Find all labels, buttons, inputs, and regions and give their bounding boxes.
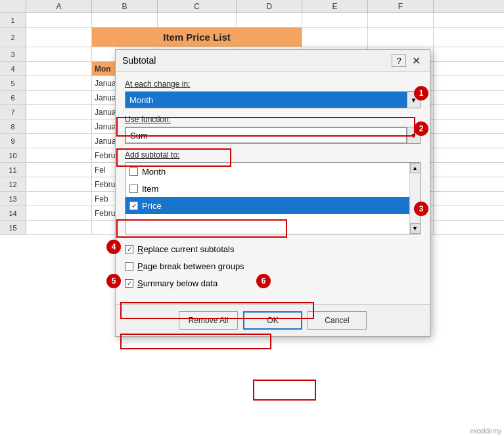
cell-a3 bbox=[26, 47, 92, 61]
row-2: 2 Item Price List bbox=[0, 28, 504, 47]
cell-e1 bbox=[302, 13, 368, 27]
title-cell: Item Price List bbox=[92, 28, 302, 47]
rownum-4: 4 bbox=[0, 62, 26, 76]
list-item-item[interactable]: Item bbox=[126, 180, 409, 197]
cell-b1 bbox=[92, 13, 158, 27]
use-function-select[interactable]: Sum bbox=[125, 127, 407, 144]
remove-all-button[interactable]: Remove All bbox=[179, 311, 238, 330]
rownum-1: 1 bbox=[0, 13, 26, 27]
option-summary: ✓ Summary below data 5 6 bbox=[125, 275, 421, 291]
badge-5: 5 bbox=[106, 274, 121, 288]
dialog-title-buttons: ? ✕ bbox=[392, 54, 423, 67]
item-checkbox[interactable] bbox=[129, 185, 138, 193]
badge-1: 1 bbox=[414, 86, 428, 100]
ok-button[interactable]: OK bbox=[243, 311, 302, 330]
cell-f2 bbox=[368, 28, 434, 47]
row-1: 1 bbox=[0, 13, 504, 28]
change-in-row: Month ▼ 1 bbox=[125, 91, 421, 108]
cell-e2 bbox=[302, 28, 368, 47]
cell-a1 bbox=[26, 13, 92, 27]
rownum-2: 2 bbox=[0, 28, 26, 47]
col-header-d: D bbox=[237, 0, 302, 12]
subtotal-dialog: Subtotal ? ✕ At each change in: Month ▼ … bbox=[115, 49, 430, 337]
change-in-label: At each change in: bbox=[125, 79, 421, 89]
add-subtotal-container: Month Item ✓ Price bbox=[125, 162, 421, 234]
cell-a2 bbox=[26, 28, 92, 47]
dialog-body: At each change in: Month ▼ 1 Use functio… bbox=[116, 72, 430, 304]
list-scrollbar: ▲ ▼ bbox=[409, 163, 420, 234]
cell-f1 bbox=[368, 13, 434, 27]
dialog-buttons: Remove All OK Cancel bbox=[116, 304, 430, 336]
corner-cell bbox=[0, 0, 26, 12]
option-replace: ✓ Replace current subtotals 4 bbox=[125, 241, 421, 257]
col-header-c: C bbox=[158, 0, 237, 12]
list-item-month[interactable]: Month bbox=[126, 163, 409, 180]
list-item-price[interactable]: ✓ Price bbox=[126, 197, 409, 214]
subtotal-list[interactable]: Month Item ✓ Price bbox=[125, 162, 421, 234]
scroll-up-btn[interactable]: ▲ bbox=[410, 163, 421, 173]
add-subtotal-label: Add subtotal to: bbox=[125, 150, 421, 160]
month-checkbox[interactable] bbox=[129, 167, 138, 176]
col-header-f: F bbox=[368, 0, 434, 12]
col-header-b: B bbox=[92, 0, 158, 12]
replace-label: Replace current subtotals bbox=[137, 244, 234, 254]
use-function-row: Sum ▼ 2 bbox=[125, 127, 421, 144]
cell-a4 bbox=[26, 62, 92, 76]
close-button[interactable]: ✕ bbox=[409, 54, 423, 67]
watermark: exceldemy bbox=[470, 427, 501, 435]
badge-4: 4 bbox=[106, 240, 121, 254]
replace-checkbox[interactable]: ✓ bbox=[125, 245, 133, 253]
use-function-label: Use function: bbox=[125, 115, 421, 124]
badge-3: 3 bbox=[414, 202, 428, 216]
price-checkbox[interactable]: ✓ bbox=[129, 202, 138, 210]
summary-checkbox[interactable]: ✓ bbox=[125, 279, 133, 288]
dialog-title: Subtotal bbox=[122, 55, 156, 66]
scroll-down-btn[interactable]: ▼ bbox=[410, 223, 421, 234]
pagebreak-checkbox[interactable] bbox=[125, 262, 133, 271]
price-label: Price bbox=[142, 201, 162, 211]
badge-2: 2 bbox=[414, 121, 428, 136]
dialog-titlebar: Subtotal ? ✕ bbox=[116, 50, 430, 72]
change-in-value: Month bbox=[129, 95, 153, 105]
cancel-button[interactable]: Cancel bbox=[308, 311, 367, 330]
rownum-5: 5 bbox=[0, 76, 26, 90]
item-label: Item bbox=[142, 184, 158, 194]
cell-c1 bbox=[158, 13, 237, 27]
cell-d1 bbox=[237, 13, 302, 27]
column-headers: A B C D E F bbox=[0, 0, 504, 13]
col-header-e: E bbox=[302, 0, 368, 12]
rownum-3: 3 bbox=[0, 47, 26, 61]
help-button[interactable]: ? bbox=[392, 54, 406, 67]
change-in-select[interactable]: Month bbox=[125, 91, 407, 108]
badge-6: 6 bbox=[256, 274, 271, 288]
col-header-a: A bbox=[26, 0, 92, 12]
pagebreak-label: Page break between groups bbox=[137, 261, 244, 271]
options-section: ✓ Replace current subtotals 4 Page break… bbox=[125, 241, 421, 291]
use-function-value: Sum bbox=[130, 131, 148, 141]
option-pagebreak: Page break between groups bbox=[125, 258, 421, 274]
summary-label: Summary below data bbox=[137, 278, 218, 288]
month-label: Month bbox=[142, 167, 166, 177]
